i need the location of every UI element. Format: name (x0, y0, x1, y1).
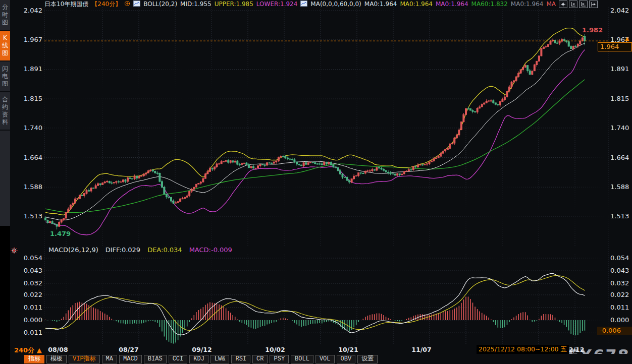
x-axis-date: 08/08 (43, 346, 73, 353)
macd-dea-value: DEA:0.034 (147, 246, 182, 254)
macd-axis-label: 0.000 (610, 316, 631, 324)
sidebar-item-2[interactable]: 闪 电 图 (0, 62, 10, 92)
chart-mini-icon[interactable] (133, 1, 140, 8)
gridlines (44, 7, 608, 344)
plus-circle-icon[interactable] (124, 1, 130, 8)
toolbar-item-LW&[interactable]: LW& (210, 355, 230, 363)
x-axis-date: 10/02 (260, 346, 290, 353)
ma0-magenta-value: MA0:1.964 (436, 1, 468, 8)
low-price-marker: 1.479 (50, 230, 71, 237)
left-sidebar: 分 时 图K 线 图闪 电 图合 约 资 料 (0, 0, 10, 364)
toolbar-item-VIP指标[interactable]: VIP指标 (69, 355, 100, 363)
chart-title: 日本10年期国债 (44, 0, 88, 9)
toolbar-item-KDJ[interactable]: KDJ (189, 355, 208, 363)
boll-mid-value: MID:1.955 (180, 1, 212, 8)
price-axis-label: 1.740 (610, 124, 631, 132)
current-price-badge: 1.964 (598, 42, 632, 51)
price-axis-label: 2.042 (610, 7, 631, 14)
candles-up-layer (49, 37, 584, 227)
toolbar-item-指标[interactable]: 指标 (24, 355, 44, 363)
price-axis-label: 1.967 (14, 36, 42, 43)
boll-upper-value: UPPER:1.985 (215, 1, 253, 8)
price-axis-label: 1.891 (610, 65, 631, 73)
toolbar-item-BOLL[interactable]: BOLL (291, 355, 313, 363)
price-axis-label: 1.513 (14, 212, 42, 220)
price-axis-label: 1.740 (14, 124, 42, 132)
move-icon[interactable] (559, 1, 567, 8)
period-label: 【240分】 (91, 0, 121, 9)
price-axis-label: 1.815 (610, 95, 631, 102)
sidebar-item-0[interactable]: 分 时 图 (0, 0, 10, 31)
macd-axis-label: 0.054 (610, 254, 631, 262)
macd-value-badge: -0.006 (597, 327, 632, 335)
toolbar-item-CR[interactable]: CR (252, 355, 268, 363)
trading-app-window: 分 时 图K 线 图闪 电 图合 约 资 料 日本10年期国债【240分】BOL… (0, 0, 632, 364)
toolbar-item-VOL[interactable]: VOL (315, 355, 335, 363)
macd-axis-label: 0.054 (14, 254, 42, 262)
window-toolbar-icons (559, 1, 598, 8)
macd-axis-label: 0.032 (610, 279, 631, 287)
ma0-white-value: MA0:1.964 (364, 1, 397, 8)
toolbar-item-RSI[interactable]: RSI (231, 355, 250, 363)
macd-pane (45, 273, 585, 344)
price-axis-label: 1.891 (14, 65, 42, 73)
up-arrow-icon: ▲ (625, 35, 629, 42)
price-axis-label: 1.588 (610, 183, 631, 191)
ma60-green-value: MA60:1.832 (471, 1, 508, 8)
ma-red-label: MA (546, 1, 556, 8)
pan-left-icon[interactable] (569, 1, 577, 8)
macd-axis-label: 0.043 (610, 267, 631, 274)
x-axis-date: 09/12 (187, 346, 217, 353)
price-pane (45, 28, 586, 235)
price-axis-label: 2.042 (14, 7, 42, 14)
ma0-yellow-value: MA0:1.964 (400, 1, 433, 8)
price-axis-label: 1.513 (610, 212, 631, 220)
price-chart-svg[interactable] (0, 0, 632, 364)
toolbar-item-MA[interactable]: MA (102, 355, 117, 363)
macd-macd-value: MACD:-0.009 (189, 246, 232, 254)
macd-axis-label: 0.011 (610, 304, 631, 311)
toolbar-item-BIAS[interactable]: BIAS (144, 355, 167, 363)
macd-axis-label: 0.000 (14, 316, 42, 324)
x-axis-date: 10/21 (333, 346, 363, 353)
macd-axis-label: 0.011 (14, 304, 42, 311)
indicator-header: 日本10年期国债【240分】BOLL(20,2)MID:1.955UPPER:1… (44, 0, 556, 8)
macd-axis-label: 0.043 (14, 267, 42, 274)
high-price-marker: 1.982 (582, 26, 603, 34)
macd-axis-label: 0.022 (610, 291, 631, 298)
sidebar-tabs: 分 时 图K 线 图闪 电 图合 约 资 料 (0, 0, 10, 226)
boll-lower-value: LOWER:1.924 (256, 1, 298, 8)
toolbar-item-模板[interactable]: 模板 (46, 355, 67, 363)
toolbar-item-设置[interactable]: 设置 (357, 355, 378, 363)
boll-label: BOLL(20,2) (143, 1, 177, 8)
macd-header-row: MACD(26,12,9) DIFF:0.029 DEA:0.034 MACD:… (48, 246, 232, 254)
price-axis-label: 1.815 (14, 95, 42, 102)
toolbar-item-PSY[interactable]: PSY (270, 355, 289, 363)
price-axis-label: 1.664 (610, 154, 631, 161)
toolbar-item-CCI[interactable]: CCI (169, 355, 188, 363)
sidebar-item-3[interactable]: 合 约 资 料 (0, 92, 10, 131)
price-axis-label: 1.664 (14, 154, 42, 161)
macd-axis-label: 0.022 (14, 291, 42, 298)
ma0-gray-value: MA0:1.964 (511, 1, 544, 8)
chart-mini-icon[interactable] (300, 1, 307, 8)
macd-axis-label: 0.032 (14, 279, 42, 287)
price-axis-label: 1.588 (14, 183, 42, 191)
x-axis-row: 240分 ▲ 2025/12/12 08:00~12:00 五 12/12 08… (0, 345, 632, 354)
toolbar-item-MACD[interactable]: MACD (119, 355, 142, 363)
macd-diff-value: DIFF:0.029 (106, 246, 140, 254)
candles-down-layer (45, 34, 586, 229)
pan-right-icon[interactable] (579, 1, 588, 8)
sidebar-item-1[interactable]: K 线 图 (0, 31, 10, 62)
macd-axis-label: -0.011 (14, 329, 42, 336)
bar-time-tooltip: 2025/12/12 08:00~12:00 五 (477, 345, 569, 354)
macd-label: MACD(26,12,9) (48, 246, 98, 254)
indicator-toolbar: 指标模板VIP指标MAMACDBIASCCIKDJLW&RSICRPSYBOLL… (10, 354, 632, 364)
ma-label: MA(0,0,0,60,0,0) (310, 1, 361, 8)
x-axis-date: 11/07 (406, 346, 437, 353)
toolbar-item-OBV[interactable]: OBV (337, 355, 356, 363)
sun-icon (11, 247, 18, 256)
x-axis-date: 08/27 (114, 346, 144, 353)
collapse-right-icon[interactable] (589, 1, 598, 8)
